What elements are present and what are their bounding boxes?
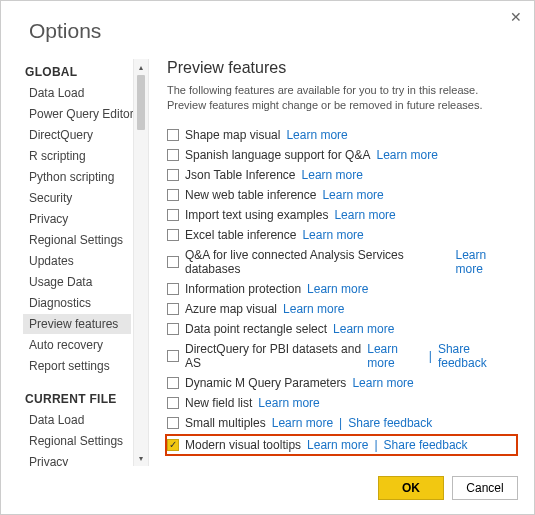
feature-row: Q&A for live connected Analysis Services… — [167, 245, 514, 279]
share-feedback-link[interactable]: Share feedback — [384, 438, 468, 452]
share-feedback-link[interactable]: Share feedback — [438, 342, 514, 370]
sidebar-item-power-query-editor[interactable]: Power Query Editor — [23, 104, 131, 124]
sidebar-item-regional-settings[interactable]: Regional Settings — [23, 431, 131, 451]
sidebar-item-updates[interactable]: Updates — [23, 251, 131, 271]
learn-more-link[interactable]: Learn more — [376, 148, 437, 162]
sidebar-item-security[interactable]: Security — [23, 188, 131, 208]
link-separator: | — [339, 416, 342, 430]
dialog-body: GLOBALData LoadPower Query EditorDirectQ… — [1, 59, 534, 466]
feature-checkbox[interactable] — [167, 189, 179, 201]
feature-label: Modern visual tooltips — [185, 438, 301, 452]
feature-label: New web table inference — [185, 188, 316, 202]
ok-button[interactable]: OK — [378, 476, 444, 500]
feature-checkbox[interactable] — [167, 283, 179, 295]
sidebar-item-usage-data[interactable]: Usage Data — [23, 272, 131, 292]
cancel-button[interactable]: Cancel — [452, 476, 518, 500]
feature-row: Modern visual tooltips Learn more | Shar… — [165, 434, 518, 456]
options-dialog: ✕ Options GLOBALData LoadPower Query Edi… — [0, 0, 535, 515]
scroll-up-icon[interactable]: ▴ — [134, 59, 148, 75]
feature-checkbox[interactable] — [167, 397, 179, 409]
learn-more-link[interactable]: Learn more — [272, 416, 333, 430]
section-description: The following features are available for… — [167, 83, 514, 113]
feature-checkbox[interactable] — [167, 169, 179, 181]
learn-more-link[interactable]: Learn more — [367, 342, 423, 370]
sidebar-item-privacy[interactable]: Privacy — [23, 209, 131, 229]
feature-label: New field list — [185, 396, 252, 410]
feature-label: Q&A for live connected Analysis Services… — [185, 248, 450, 276]
feature-row: Excel table inference Learn more — [167, 225, 514, 245]
learn-more-link[interactable]: Learn more — [258, 396, 319, 410]
feature-checkbox[interactable] — [167, 129, 179, 141]
feature-checkbox[interactable] — [167, 303, 179, 315]
feature-label: Small multiples — [185, 416, 266, 430]
dialog-footer: OK Cancel — [1, 466, 534, 514]
feature-label: Azure map visual — [185, 302, 277, 316]
sidebar-item-regional-settings[interactable]: Regional Settings — [23, 230, 131, 250]
learn-more-link[interactable]: Learn more — [286, 128, 347, 142]
sidebar-group-header: CURRENT FILE — [25, 392, 149, 406]
learn-more-link[interactable]: Learn more — [333, 322, 394, 336]
feature-checkbox[interactable] — [167, 323, 179, 335]
feature-row: Shape map visual Learn more — [167, 125, 514, 145]
section-heading: Preview features — [167, 59, 514, 77]
share-feedback-link[interactable]: Share feedback — [348, 416, 432, 430]
feature-row: DirectQuery for PBI datasets and AS Lear… — [167, 339, 514, 373]
learn-more-link[interactable]: Learn more — [307, 438, 368, 452]
sidebar-item-data-load[interactable]: Data Load — [23, 83, 131, 103]
feature-checkbox[interactable] — [167, 149, 179, 161]
close-icon[interactable]: ✕ — [510, 9, 522, 25]
sidebar: GLOBALData LoadPower Query EditorDirectQ… — [1, 59, 149, 466]
sidebar-item-python-scripting[interactable]: Python scripting — [23, 167, 131, 187]
feature-label: Shape map visual — [185, 128, 280, 142]
feature-row: Import text using examples Learn more — [167, 205, 514, 225]
feature-label: Import text using examples — [185, 208, 328, 222]
learn-more-link[interactable]: Learn more — [302, 168, 363, 182]
feature-row: Json Table Inference Learn more — [167, 165, 514, 185]
feature-row: New web table inference Learn more — [167, 185, 514, 205]
learn-more-link[interactable]: Learn more — [334, 208, 395, 222]
sidebar-item-directquery[interactable]: DirectQuery — [23, 125, 131, 145]
feature-label: Information protection — [185, 282, 301, 296]
feature-label: DirectQuery for PBI datasets and AS — [185, 342, 361, 370]
dialog-title: Options — [1, 1, 534, 59]
learn-more-link[interactable]: Learn more — [283, 302, 344, 316]
feature-label: Dynamic M Query Parameters — [185, 376, 346, 390]
sidebar-scrollbar[interactable]: ▴ ▾ — [133, 59, 149, 466]
feature-label: Spanish language support for Q&A — [185, 148, 370, 162]
feature-checkbox[interactable] — [167, 229, 179, 241]
feature-row: Spanish language support for Q&A Learn m… — [167, 145, 514, 165]
sidebar-group-header: GLOBAL — [25, 65, 149, 79]
feature-checkbox[interactable] — [167, 256, 179, 268]
feature-row: Small multiples Learn more | Share feedb… — [167, 413, 514, 433]
feature-checkbox[interactable] — [167, 350, 179, 362]
feature-row: Data point rectangle select Learn more — [167, 319, 514, 339]
learn-more-link[interactable]: Learn more — [322, 188, 383, 202]
feature-row: New field list Learn more — [167, 393, 514, 413]
feature-label: Data point rectangle select — [185, 322, 327, 336]
learn-more-link[interactable]: Learn more — [352, 376, 413, 390]
sidebar-item-preview-features[interactable]: Preview features — [23, 314, 131, 334]
feature-checkbox[interactable] — [167, 417, 179, 429]
sidebar-item-diagnostics[interactable]: Diagnostics — [23, 293, 131, 313]
feature-checkbox[interactable] — [167, 209, 179, 221]
sidebar-item-auto-recovery[interactable]: Auto recovery — [23, 335, 131, 355]
feature-checkbox[interactable] — [167, 439, 179, 451]
learn-more-link[interactable]: Learn more — [302, 228, 363, 242]
learn-more-link[interactable]: Learn more — [307, 282, 368, 296]
feature-label: Excel table inference — [185, 228, 296, 242]
feature-label: Json Table Inference — [185, 168, 296, 182]
sidebar-item-r-scripting[interactable]: R scripting — [23, 146, 131, 166]
feature-checkbox[interactable] — [167, 377, 179, 389]
link-separator: | — [374, 438, 377, 452]
feature-row: Information protection Learn more — [167, 279, 514, 299]
scroll-thumb[interactable] — [137, 75, 145, 130]
feature-row: Azure map visual Learn more — [167, 299, 514, 319]
link-separator: | — [429, 349, 432, 363]
sidebar-item-report-settings[interactable]: Report settings — [23, 356, 131, 376]
sidebar-item-data-load[interactable]: Data Load — [23, 410, 131, 430]
main-panel: Preview features The following features … — [149, 59, 534, 466]
sidebar-item-privacy[interactable]: Privacy — [23, 452, 131, 466]
feature-row: Dynamic M Query Parameters Learn more — [167, 373, 514, 393]
learn-more-link[interactable]: Learn more — [456, 248, 515, 276]
scroll-down-icon[interactable]: ▾ — [134, 450, 148, 466]
